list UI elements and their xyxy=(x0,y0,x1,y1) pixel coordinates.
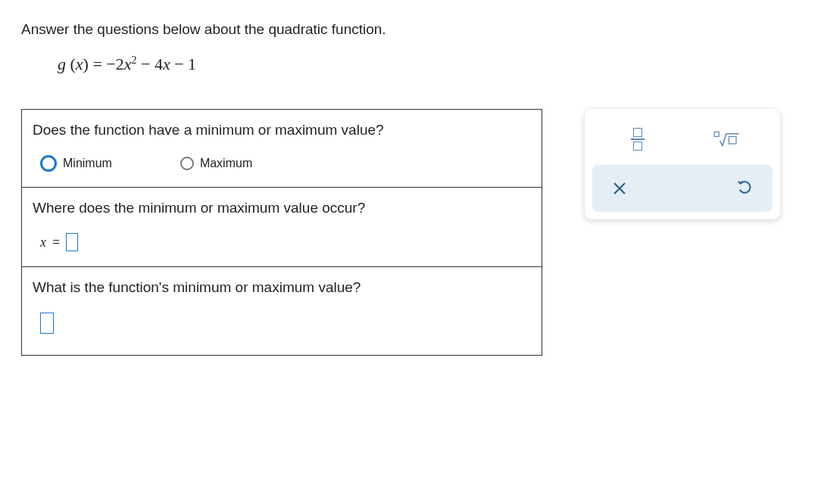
section-value: What is the function's minimum or maximu… xyxy=(22,267,542,355)
radio-maximum[interactable]: Maximum xyxy=(180,157,252,170)
clear-button[interactable] xyxy=(603,174,636,203)
equation-b: − 4 xyxy=(137,54,163,73)
palette-bottom-row xyxy=(592,165,773,212)
question-box: Does the function have a minimum or maxi… xyxy=(21,109,542,356)
equation-exp: 2 xyxy=(132,54,137,66)
fraction-icon xyxy=(631,128,645,151)
fraction-tool-button[interactable] xyxy=(597,123,679,156)
q3-prompt: What is the function's minimum or maximu… xyxy=(33,279,531,296)
radio-minimum-label: Minimum xyxy=(63,157,112,170)
q1-prompt: Does the function have a minimum or maxi… xyxy=(33,122,531,138)
equation-var1: x xyxy=(124,54,132,73)
section-minmax: Does the function have a minimum or maxi… xyxy=(22,110,542,188)
root-icon xyxy=(713,129,741,149)
undo-icon xyxy=(737,180,754,197)
radio-maximum-circle xyxy=(180,157,194,170)
x-equals-row: x = xyxy=(33,233,531,251)
equation-fn: g xyxy=(58,54,66,73)
equation-close-paren: ) = xyxy=(83,54,107,73)
equation-c: − 1 xyxy=(170,54,196,73)
radio-group-minmax: Minimum Maximum xyxy=(33,155,531,172)
radio-minimum[interactable]: Minimum xyxy=(40,155,112,172)
x-value-input[interactable] xyxy=(66,233,78,251)
equation-open-paren: ( xyxy=(66,54,76,73)
palette-top-row xyxy=(592,117,773,165)
root-tool-button[interactable] xyxy=(686,123,768,156)
equation-arg: x xyxy=(76,54,83,73)
equation-a: −2 xyxy=(106,54,123,73)
close-icon xyxy=(612,181,627,196)
undo-button[interactable] xyxy=(729,174,762,203)
tool-palette xyxy=(585,109,780,219)
equation-display: g (x) = −2x2 − 4x − 1 xyxy=(58,54,797,74)
equation-var2: x xyxy=(163,54,170,73)
radio-maximum-label: Maximum xyxy=(200,157,252,170)
equals-sign: = xyxy=(52,235,60,250)
instruction-text: Answer the questions below about the qua… xyxy=(21,21,797,38)
value-input[interactable] xyxy=(40,313,54,334)
x-var-label: x xyxy=(40,235,46,250)
radio-minimum-circle xyxy=(40,155,57,172)
svg-rect-1 xyxy=(729,137,736,145)
svg-rect-0 xyxy=(714,132,719,137)
section-where: Where does the minimum or maximum value … xyxy=(22,188,542,267)
q2-prompt: Where does the minimum or maximum value … xyxy=(33,200,531,216)
